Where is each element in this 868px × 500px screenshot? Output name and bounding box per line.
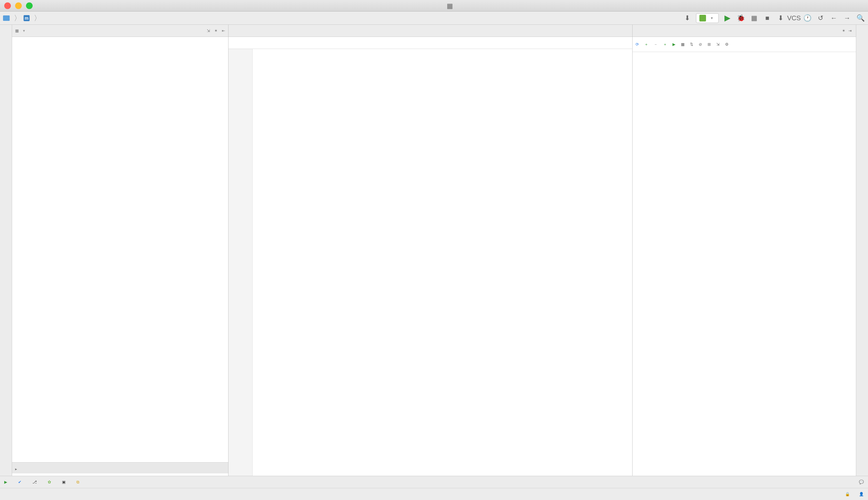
todo-tool-button[interactable]: ✔ xyxy=(18,480,24,484)
folder-icon xyxy=(3,15,10,21)
run-icon[interactable]: ▶ xyxy=(672,42,675,47)
add-icon[interactable]: ＋ xyxy=(663,42,667,47)
back-button[interactable]: ← xyxy=(829,14,838,23)
search-button[interactable]: 🔍 xyxy=(856,14,865,23)
toggle-icon[interactable]: ⇅ xyxy=(690,42,693,47)
vcs-history-button[interactable]: 🕐 xyxy=(803,14,812,23)
gutter xyxy=(229,49,253,476)
close-window-button[interactable] xyxy=(4,2,11,9)
maven-toolbar: ⟳ ＋ － ＋ ▶ ▦ ⇅ ⊘ ⊞ ⇲ ⚙ xyxy=(633,37,856,52)
remove-icon[interactable]: － xyxy=(654,42,658,47)
vcs-revert-button[interactable]: ↺ xyxy=(816,14,825,23)
left-tool-strip xyxy=(0,25,12,476)
spring-tool-button[interactable]: ✿ xyxy=(48,480,54,484)
window-title: ▦ xyxy=(39,1,864,10)
settings-icon[interactable]: ⚙ xyxy=(725,42,729,47)
maven-panel: ✶ ⇥ ⟳ ＋ － ＋ ▶ ▦ ⇅ ⊘ ⊞ ⇲ ⚙ xyxy=(632,25,856,476)
hide-icon[interactable]: ⇥ xyxy=(848,29,852,33)
skip-tests-icon[interactable]: ⊘ xyxy=(699,42,702,47)
vcs-update-button[interactable]: ⬇ xyxy=(776,14,785,23)
vcs-tool-button[interactable]: ⎇ xyxy=(32,480,39,484)
settings-icon[interactable]: ✶ xyxy=(214,29,218,33)
breadcrumb-item[interactable] xyxy=(3,15,11,21)
execute-icon[interactable]: ▦ xyxy=(681,42,684,47)
bottom-tool-bar: ▶ ✔ ⎇ ✿ ▣ ⧉ 💬 xyxy=(0,476,868,488)
hector-icon[interactable]: 👤 xyxy=(859,492,864,496)
title-bar: ▦ xyxy=(0,0,868,11)
editor xyxy=(229,25,632,476)
make-button[interactable]: ⬇ xyxy=(683,14,692,23)
navigation-bar: 〉 m 〉 ⬇ ▾ ▶ 🐞 ▦ ■ ⬇ VCS 🕐 ↺ ← → 🔍 xyxy=(0,11,868,25)
breadcrumb-separator: 〉 xyxy=(14,13,21,23)
maven-tree[interactable] xyxy=(633,52,856,476)
breadcrumb: 〉 m 〉 xyxy=(3,13,41,23)
collapse-icon[interactable]: ⇲ xyxy=(716,42,720,47)
toolbar: ⬇ ▾ ▶ 🐞 ▦ ■ ⬇ VCS 🕐 ↺ ← → 🔍 xyxy=(683,13,865,23)
editor-breadcrumbs xyxy=(229,37,632,49)
external-libraries-header[interactable]: ▸ xyxy=(12,462,228,474)
maximize-window-button[interactable] xyxy=(26,2,33,9)
run-configuration-dropdown[interactable]: ▾ xyxy=(696,13,719,23)
hide-icon[interactable]: ⇤ xyxy=(222,29,225,33)
editor-body[interactable] xyxy=(229,49,632,476)
maven-panel-header: ✶ ⇥ xyxy=(633,25,856,37)
dropdown-caret-icon: ▾ xyxy=(711,16,713,20)
main-area: ▦ ▾ ⇲ ✶ ⇤ ▸ ✶ ⇥ xyxy=(0,25,868,476)
run-tool-button[interactable]: ▶ xyxy=(4,480,10,484)
lock-icon[interactable]: 🔒 xyxy=(845,492,850,496)
window-controls xyxy=(4,2,33,9)
project-panel-header: ▦ ▾ ⇲ ✶ ⇤ xyxy=(12,25,228,37)
app-icon: ▦ xyxy=(447,2,453,10)
editor-tabs xyxy=(229,25,632,37)
right-tool-strip xyxy=(856,25,868,476)
vcs-commit-button[interactable]: VCS xyxy=(789,14,798,23)
breadcrumb-separator: 〉 xyxy=(34,13,41,23)
minimize-window-button[interactable] xyxy=(15,2,22,9)
external-libraries-tree[interactable] xyxy=(12,474,228,476)
show-deps-icon[interactable]: ⊞ xyxy=(707,42,711,47)
stop-button[interactable]: ■ xyxy=(763,14,772,23)
add-icon[interactable]: ＋ xyxy=(644,42,648,47)
messages-tool-button[interactable]: ⧉ xyxy=(77,480,82,485)
spring-icon xyxy=(699,15,706,22)
breadcrumb-item[interactable]: m xyxy=(24,15,32,21)
forward-button[interactable]: → xyxy=(843,14,852,23)
settings-icon[interactable]: ✶ xyxy=(842,29,845,33)
debug-button[interactable]: 🐞 xyxy=(736,14,745,23)
maven-icon: m xyxy=(24,15,30,21)
status-bar: 🔒 👤 xyxy=(0,488,868,500)
collapse-icon[interactable]: ⇲ xyxy=(207,29,210,33)
refresh-icon[interactable]: ⟳ xyxy=(636,42,639,47)
project-panel: ▦ ▾ ⇲ ✶ ⇤ ▸ xyxy=(12,25,229,476)
event-log-button[interactable]: 💬 xyxy=(859,480,864,484)
coverage-button[interactable]: ▦ xyxy=(750,14,759,23)
terminal-tool-button[interactable]: ▣ xyxy=(62,480,68,484)
project-tree[interactable] xyxy=(12,37,228,462)
code-area[interactable] xyxy=(253,49,632,476)
run-button[interactable]: ▶ xyxy=(723,14,732,23)
